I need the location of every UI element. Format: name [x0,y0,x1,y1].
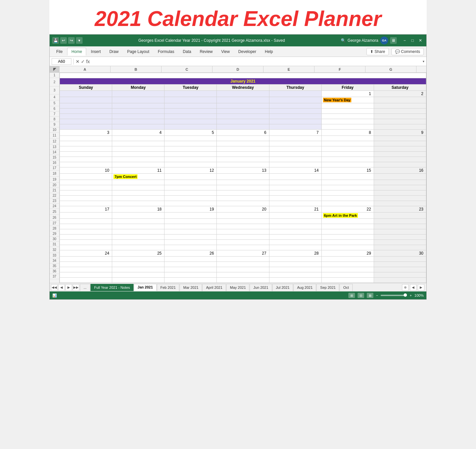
sheet-tab-april[interactable]: April 2021 [202,284,226,291]
page-layout-view-button[interactable]: ⊟ [358,293,364,298]
week5-date-row: 24 25 26 27 28 29 30 [60,250,426,257]
w3-sat-date: 16 [374,167,426,174]
day-header-thu: Thursday [269,85,321,91]
row-number-13: 13 [50,144,59,150]
w5-wed-date: 27 [217,250,269,257]
day-header-fri: Friday [321,85,374,91]
col-header-c[interactable]: C [162,66,213,72]
sheet-nav-last[interactable]: ▶▶ [73,284,79,291]
col-header-select-all[interactable]: ◤ [50,66,60,72]
week4-empty1 [60,219,426,224]
w3-tue-date: 12 [164,167,217,174]
col-header-d[interactable]: D [213,66,263,72]
col-header-h[interactable]: H [416,66,426,72]
w3-wed-date: 13 [217,167,269,174]
sheet-tab-oct[interactable]: Oct [339,284,352,291]
tab-data[interactable]: Data [179,48,195,55]
zoom-slider[interactable] [381,295,407,296]
feedback-icon[interactable]: 🖥 [390,37,397,44]
sheet-tab-aug[interactable]: Aug 2021 [293,284,316,291]
row-number-28: 28 [50,226,59,231]
sheet-tab-full-year[interactable]: Full Year 2021 - Notes [90,284,134,291]
tab-insert[interactable]: Insert [87,48,105,55]
row-number-12: 12 [50,138,59,144]
sheet-tab-may[interactable]: May 2021 [226,284,249,291]
sheet-tab-ellipsis[interactable]: ... [80,284,90,291]
zoom-minus[interactable]: − [376,293,378,297]
share-button[interactable]: ⬆ Share [366,48,388,55]
day-header-tue: Tuesday [164,85,217,91]
row-number-23: 23 [50,198,59,204]
row-number-10: 10 [50,127,59,133]
tab-page-layout[interactable]: Page Layout [123,48,153,55]
week2-empty1 [60,136,426,141]
empty-row-1 [60,73,426,78]
w1-mon-event [112,97,164,103]
page-break-view-button[interactable]: ⊠ [367,293,373,298]
tab-draw[interactable]: Draw [105,48,122,55]
sheet-nav-next[interactable]: ▶ [65,284,72,291]
tab-view[interactable]: View [217,48,234,55]
maximize-button[interactable]: □ [409,37,416,44]
tab-help[interactable]: Help [261,48,277,55]
sheet-tab-sep[interactable]: Sep 2021 [316,284,339,291]
w5-sat-date: 30 [374,250,426,257]
w2-sun-date: 3 [60,130,112,136]
sheet-tab-scroll-left[interactable]: ◀ [410,284,416,291]
sheet-nav-first[interactable]: ◀◀ [51,284,58,291]
row-number-22: 22 [50,193,59,198]
col-header-e[interactable]: E [263,66,314,72]
row-number-17: 17 [50,165,59,171]
search-icon[interactable]: 🔍 [341,38,346,43]
w1-sat-event [374,97,426,103]
sheet-add-button[interactable]: ⊕ [402,284,409,291]
tab-formulas[interactable]: Formulas [154,48,178,55]
spreadsheet: ◤ A B C D E F G H 1234567891011121314151… [50,66,426,283]
tab-home[interactable]: Home [67,48,86,56]
formula-dropdown-icon[interactable]: ▾ [423,60,424,63]
confirm-icon[interactable]: ✓ [81,59,85,64]
sheet-tab-jun[interactable]: Jun 2021 [250,284,272,291]
sheet-tab-mar[interactable]: Mar 2021 [180,284,202,291]
sheet-tab-jan[interactable]: Jan 2021 [134,284,156,291]
avatar[interactable]: GA [380,37,388,44]
col-header-f[interactable]: F [314,66,365,72]
cancel-icon[interactable]: ✕ [76,59,80,64]
redo-icon[interactable]: ↪ [68,37,75,44]
w4-sun-date: 17 [60,206,112,212]
status-bar: 📊 ⊞ ⊟ ⊠ − + 100% [50,291,426,299]
col-header-g[interactable]: G [365,66,416,72]
close-button[interactable]: ✕ [417,37,424,44]
w5-fri-date: 29 [321,250,374,257]
row-number-33: 33 [50,253,59,258]
ribbon-right: ⬆ Share 💬 Comments [366,48,424,55]
row-number-6: 6 [50,106,59,112]
col-header-a[interactable]: A [60,66,111,72]
concert-label: 7pm Concert [113,174,138,179]
zoom-plus[interactable]: + [410,293,412,297]
sheet-tab-jul[interactable]: Jul 2021 [272,284,293,291]
minimize-button[interactable]: − [401,37,408,44]
tab-file[interactable]: File [52,48,66,55]
status-right: ⊞ ⊟ ⊠ − + 100% [348,293,424,298]
row-number-16: 16 [50,160,59,165]
customize-icon[interactable]: ▾ [76,37,83,44]
save-icon[interactable]: 💾 [52,37,59,44]
sheet-tab-feb[interactable]: Feb 2021 [157,284,179,291]
sheet-nav-prev[interactable]: ◀ [58,284,65,291]
tab-review[interactable]: Review [196,48,216,55]
normal-view-button[interactable]: ⊞ [348,293,355,298]
formula-input[interactable] [92,59,421,64]
w1-fri-event: New Year's Day [321,97,374,103]
zoom-level: 100% [414,293,424,297]
status-icon: 📊 [52,293,57,298]
function-icon[interactable]: fx [86,59,90,64]
undo-icon[interactable]: ↩ [60,37,67,44]
comments-button[interactable]: 💬 Comments [391,48,424,55]
col-header-b[interactable]: B [111,66,162,72]
w2-thu-date: 7 [269,130,321,136]
cell-reference[interactable] [52,58,71,65]
month-title-cell: January 2021 [60,78,426,85]
sheet-tab-scroll-right[interactable]: ▶ [418,284,424,291]
tab-developer[interactable]: Developer [234,48,260,55]
